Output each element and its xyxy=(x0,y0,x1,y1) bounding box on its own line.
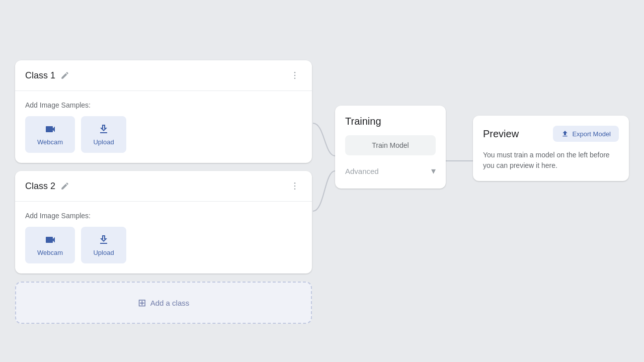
preview-panel: Preview Export Model You must train a mo… xyxy=(473,116,629,181)
svg-point-1 xyxy=(294,75,296,76)
left-panel: Class 1 Add Image Samples: xyxy=(15,60,312,324)
train-model-button[interactable]: Train Model xyxy=(345,135,436,155)
preview-title: Preview xyxy=(483,128,519,140)
main-layout: Class 1 Add Image Samples: xyxy=(0,0,644,362)
add-class-card[interactable]: ⊞ Add a class xyxy=(15,282,312,324)
class-2-more-icon[interactable] xyxy=(288,179,302,193)
svg-point-5 xyxy=(294,189,296,190)
add-class-plus-icon: ⊞ xyxy=(138,297,146,309)
class-1-more-icon[interactable] xyxy=(288,68,302,82)
chevron-down-icon: ▾ xyxy=(431,165,436,176)
export-model-button[interactable]: Export Model xyxy=(553,126,619,142)
add-class-label: Add a class xyxy=(150,299,190,307)
advanced-label: Advanced xyxy=(345,167,379,175)
preview-message: You must train a model on the left befor… xyxy=(483,150,619,171)
svg-point-4 xyxy=(294,186,296,187)
class-1-body: Add Image Samples: Webcam Upload xyxy=(15,91,312,163)
advanced-row[interactable]: Advanced ▾ xyxy=(345,163,436,178)
class-1-samples-label: Add Image Samples: xyxy=(25,101,302,109)
training-card: Training Train Model Advanced ▾ xyxy=(335,106,446,189)
class-1-edit-icon[interactable] xyxy=(60,71,69,80)
svg-point-3 xyxy=(294,183,296,184)
class-1-header: Class 1 xyxy=(15,60,312,91)
svg-point-0 xyxy=(294,72,296,73)
preview-header: Preview Export Model xyxy=(483,126,619,142)
preview-card: Preview Export Model You must train a mo… xyxy=(473,116,629,181)
class-1-upload-button[interactable]: Upload xyxy=(81,116,126,153)
class-2-samples-label: Add Image Samples: xyxy=(25,212,302,220)
class-2-header: Class 2 xyxy=(15,171,312,202)
class-2-webcam-button[interactable]: Webcam xyxy=(25,227,75,263)
class-2-card: Class 2 Add Image Samples: xyxy=(15,171,312,274)
class-1-title-area: Class 1 xyxy=(25,70,69,81)
class-1-sample-buttons: Webcam Upload xyxy=(25,116,302,153)
training-title: Training xyxy=(345,116,436,127)
class-1-title: Class 1 xyxy=(25,70,55,81)
class-1-webcam-button[interactable]: Webcam xyxy=(25,116,75,153)
class-2-sample-buttons: Webcam Upload xyxy=(25,227,302,263)
training-panel: Training Train Model Advanced ▾ xyxy=(335,106,446,189)
svg-point-2 xyxy=(294,78,296,79)
class-1-card: Class 1 Add Image Samples: xyxy=(15,60,312,163)
class-2-edit-icon[interactable] xyxy=(60,182,69,191)
class-2-upload-button[interactable]: Upload xyxy=(81,227,126,263)
class-2-body: Add Image Samples: Webcam Upload xyxy=(15,202,312,274)
class-2-title-area: Class 2 xyxy=(25,181,69,192)
class-2-title: Class 2 xyxy=(25,181,55,192)
